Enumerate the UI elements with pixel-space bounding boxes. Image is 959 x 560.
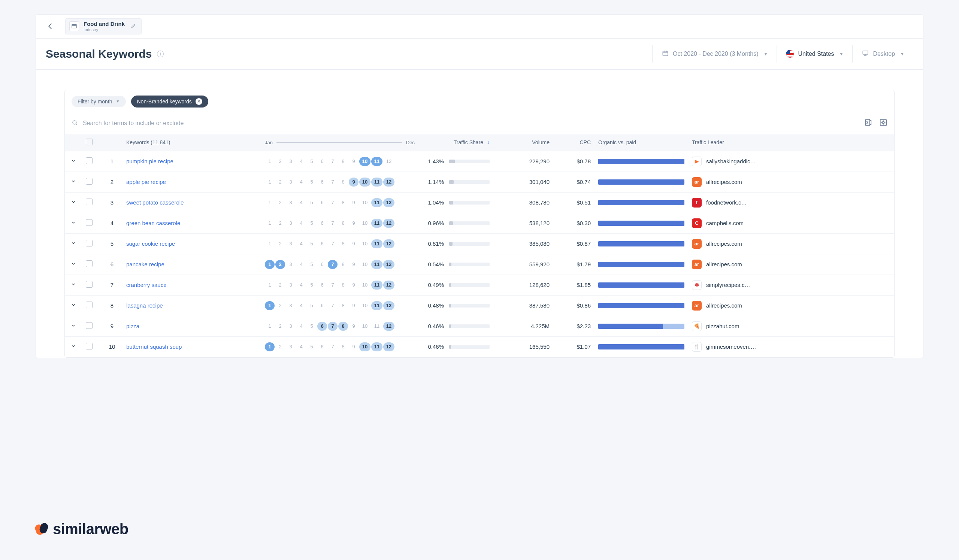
expand-row-button[interactable] (65, 275, 82, 295)
settings-icon[interactable] (879, 118, 887, 129)
row-checkbox[interactable] (86, 240, 92, 247)
expand-row-button[interactable] (65, 254, 82, 275)
traffic-leader-cell[interactable]: Ccampbells.com (692, 218, 890, 228)
cpc-value: $1.85 (553, 275, 594, 295)
back-button[interactable] (44, 20, 56, 32)
row-checkbox[interactable] (86, 219, 92, 226)
month-cell: 6 (317, 260, 327, 269)
col-traffic-share[interactable]: Traffic Share ↓ (419, 134, 493, 151)
volume-value: 308,780 (493, 192, 553, 213)
expand-row-button[interactable] (65, 316, 82, 336)
row-checkbox[interactable] (86, 343, 92, 350)
traffic-leader-cell[interactable]: arallrecipes.com (692, 259, 890, 269)
edit-industry-icon[interactable] (131, 23, 136, 30)
keyword-link[interactable]: butternut squash soup (126, 344, 182, 350)
col-keywords[interactable]: Keywords (11,841) (123, 134, 261, 151)
keyword-link[interactable]: sweet potato casserole (126, 199, 183, 206)
month-cell: 7 (328, 260, 338, 269)
month-cell: 8 (338, 198, 348, 207)
month-cell: 1 (265, 322, 275, 331)
month-cell: 2 (276, 322, 285, 331)
row-checkbox[interactable] (86, 178, 92, 185)
keyword-link[interactable]: apple pie recipe (126, 179, 166, 185)
info-icon[interactable]: i (157, 51, 164, 57)
expand-row-button[interactable] (65, 295, 82, 316)
favicon: 🍕 (692, 321, 702, 331)
industry-chip[interactable]: Food and Drink Industry (65, 18, 142, 35)
keyword-link[interactable]: sugar cookie recipe (126, 240, 175, 247)
traffic-share-cell: 0.54% (422, 261, 490, 267)
row-checkbox[interactable] (86, 199, 92, 205)
traffic-share-bar (449, 325, 490, 328)
traffic-leader-cell[interactable]: arallrecipes.com (692, 177, 890, 187)
remove-filter-icon[interactable]: ✕ (196, 98, 202, 105)
expand-row-button[interactable] (65, 192, 82, 213)
traffic-leader-cell[interactable]: ✽simplyrecipes.c… (692, 280, 890, 290)
organic-vs-paid-bar (598, 180, 684, 185)
month-cell: 3 (286, 342, 296, 352)
row-checkbox[interactable] (86, 322, 92, 329)
col-ovp[interactable]: Organic vs. paid (594, 134, 688, 151)
row-checkbox[interactable] (86, 302, 92, 308)
month-cell: 10 (359, 219, 371, 228)
search-icon (72, 119, 78, 127)
col-leader[interactable]: Traffic Leader (688, 134, 894, 151)
traffic-share-value: 0.46% (422, 344, 444, 350)
expand-row-button[interactable] (65, 151, 82, 172)
month-cell: 6 (317, 198, 327, 207)
export-excel-icon[interactable] (864, 118, 873, 129)
month-cell: 8 (338, 322, 348, 331)
expand-row-button[interactable] (65, 233, 82, 254)
traffic-leader-cell[interactable]: ▶sallysbakingaddic… (692, 157, 890, 166)
active-filter-chip[interactable]: Non-Branded keywords ✕ (131, 95, 208, 108)
expand-row-button[interactable] (65, 213, 82, 233)
month-cell: 12 (383, 322, 395, 331)
months-sparkline: 123456789101112 (265, 198, 415, 207)
titlebar: Seasonal Keywords i Oct 2020 - Dec 2020 … (36, 38, 923, 70)
traffic-leader-cell[interactable]: arallrecipes.com (692, 301, 890, 310)
keyword-link[interactable]: lasagna recipe (126, 302, 163, 309)
country-picker[interactable]: United States ▼ (777, 45, 852, 62)
select-all-checkbox[interactable] (86, 138, 92, 145)
month-cell: 1 (265, 280, 275, 290)
month-cell: 5 (307, 219, 317, 228)
months-sparkline: 123456789101112 (265, 280, 415, 290)
active-filter-label: Non-Branded keywords (137, 99, 192, 105)
traffic-leader-cell[interactable]: ffoodnetwork.c… (692, 198, 890, 207)
month-cell: 3 (286, 219, 296, 228)
month-cell: 9 (349, 301, 358, 310)
traffic-leader-cell[interactable]: 🍴gimmesomeoven.… (692, 342, 890, 352)
traffic-leader-cell[interactable]: arallrecipes.com (692, 239, 890, 249)
month-cell: 12 (383, 157, 395, 166)
month-cell: 11 (371, 280, 382, 290)
col-volume[interactable]: Volume (493, 134, 553, 151)
month-cell: 6 (317, 301, 327, 310)
svg-point-6 (882, 121, 884, 124)
traffic-leader-cell[interactable]: 🍕pizzahut.com (692, 321, 890, 331)
search-input[interactable] (83, 120, 864, 127)
month-cell: 7 (328, 280, 338, 290)
keyword-link[interactable]: pizza (126, 323, 139, 329)
month-cell: 9 (349, 260, 358, 269)
device-picker[interactable]: Desktop ▼ (852, 45, 913, 62)
month-cell: 7 (328, 322, 338, 331)
month-cell: 2 (276, 178, 285, 186)
expand-row-button[interactable] (65, 336, 82, 357)
month-cell: 9 (349, 198, 358, 207)
keyword-link[interactable]: cranberry sauce (126, 282, 167, 288)
row-checkbox[interactable] (86, 158, 92, 164)
row-checkbox[interactable] (86, 260, 92, 267)
month-cell: 4 (296, 198, 306, 207)
month-cell: 9 (349, 178, 358, 186)
table-row: 9pizza1234567891011120.46%4.225M$2.23🍕pi… (65, 316, 894, 336)
date-range-picker[interactable]: Oct 2020 - Dec 2020 (3 Months) ▼ (652, 45, 777, 62)
filter-by-month-button[interactable]: Filter by month ▼ (72, 96, 126, 107)
keyword-link[interactable]: green bean casserole (126, 220, 180, 226)
expand-row-button[interactable] (65, 172, 82, 192)
chevron-down-icon: ▼ (840, 52, 844, 56)
cpc-value: $2.23 (553, 316, 594, 336)
keyword-link[interactable]: pumpkin pie recipe (126, 158, 174, 164)
col-cpc[interactable]: CPC (553, 134, 594, 151)
keyword-link[interactable]: pancake recipe (126, 261, 164, 267)
row-checkbox[interactable] (86, 281, 92, 288)
